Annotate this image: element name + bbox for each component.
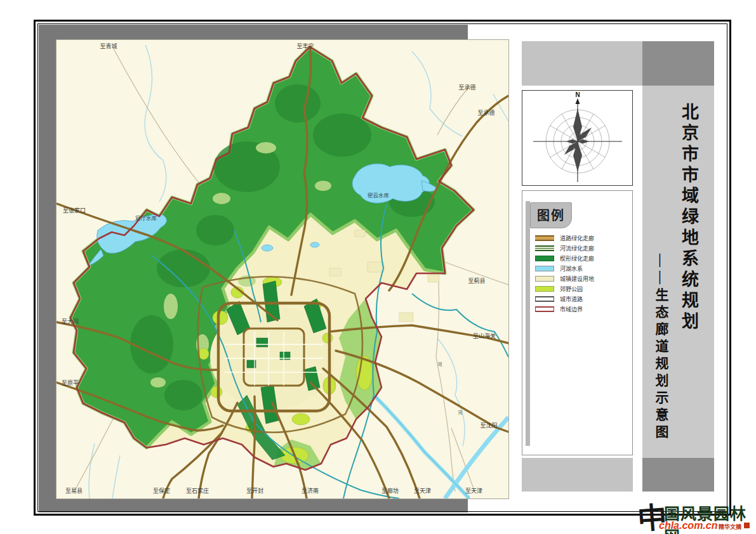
river-mark: 河 bbox=[458, 410, 463, 415]
river-mark: 河 bbox=[438, 362, 442, 367]
urban-land-swatch bbox=[535, 276, 554, 282]
edge-label: 至天津 bbox=[414, 488, 431, 494]
page-subtitle: ——生态廊道规划示意图 bbox=[651, 254, 670, 442]
country-park-swatch bbox=[535, 286, 554, 292]
edge-label: 至丰宁 bbox=[296, 42, 314, 49]
edge-label: 至青城 bbox=[100, 42, 117, 49]
legend-row: 郊野公园 bbox=[535, 286, 626, 292]
city-road-swatch bbox=[535, 296, 554, 302]
header-band-light bbox=[522, 41, 642, 86]
legend-label: 郊野公园 bbox=[560, 285, 583, 293]
reservoir-label: 官厅水库 bbox=[135, 215, 157, 221]
legend-label: 河流绿化走廊 bbox=[560, 244, 594, 252]
edge-label: 至大同 bbox=[62, 318, 79, 325]
beijing-green-space-map: 至青城 至丰宁 至承德 至承德 至张家口 至大同 至原平 至易县 至保定 至石家… bbox=[56, 40, 508, 498]
title-column-footer bbox=[642, 458, 714, 492]
edge-label: 至原平 bbox=[62, 380, 79, 386]
page-title: 北京市市域绿地系统规划 bbox=[677, 103, 701, 333]
legend-label: 道路绿化走廊 bbox=[560, 234, 594, 242]
legend-label: 市域边界 bbox=[560, 305, 583, 313]
compass-petals bbox=[564, 108, 592, 172]
boundary-swatch bbox=[535, 306, 554, 312]
watermark: 中 国风景园林网 chla.com.cn 精华文摘 bbox=[636, 498, 756, 534]
edge-label: 至承德 bbox=[458, 84, 475, 91]
legend-row: 河流绿化走廊 bbox=[535, 245, 626, 251]
legend-label: 城市道路 bbox=[560, 295, 583, 303]
legend-label: 河湖水系 bbox=[560, 264, 583, 273]
wedge-corridor-swatch bbox=[535, 256, 554, 261]
legend-row: 城镇建设用地 bbox=[535, 276, 626, 282]
watermark-tagline: 精华文摘 bbox=[719, 523, 741, 531]
compass-rose: N bbox=[522, 91, 632, 185]
legend-row: 市域边界 bbox=[535, 306, 626, 312]
edge-label: 至天津 bbox=[465, 488, 482, 494]
legend-label: 城镇建设用地 bbox=[560, 275, 594, 283]
north-arrow bbox=[576, 98, 580, 104]
map-canvas: 至青城 至丰宁 至承德 至承德 至张家口 至大同 至原平 至易县 至保定 至石家… bbox=[56, 39, 509, 499]
legend-sidebar-bar bbox=[526, 201, 530, 446]
legend-title: 图例 bbox=[530, 202, 572, 228]
edge-label: 至保定 bbox=[153, 487, 170, 494]
river-corridor-swatch bbox=[535, 245, 554, 251]
road-corridor-swatch bbox=[535, 235, 554, 241]
watermark-url: chla.com.cn bbox=[659, 520, 717, 531]
compass-box: N bbox=[522, 90, 633, 186]
legend-box: 图例 道路绿化走廊 河流绿化走廊 楔形绿化走廊 河湖水系 城镇建设用地 bbox=[522, 190, 633, 455]
watermark-red-square bbox=[744, 523, 750, 528]
edge-label: 至石家庄 bbox=[186, 487, 209, 494]
footer-band-light bbox=[522, 458, 633, 492]
legend-row: 河湖水系 bbox=[535, 266, 626, 271]
legend-row: 道路绿化走廊 bbox=[535, 235, 626, 241]
reservoir-label: 密云水库 bbox=[368, 192, 390, 199]
edge-label: 至承德 bbox=[477, 109, 494, 116]
legend-row: 城市道路 bbox=[535, 296, 626, 302]
planning-sheet: 至青城 至丰宁 至承德 至承德 至张家口 至大同 至原平 至易县 至保定 至石家… bbox=[0, 0, 756, 534]
water-system-swatch bbox=[535, 266, 554, 271]
legend-row: 楔形绿化走廊 bbox=[535, 256, 626, 261]
edge-label: 至济南 bbox=[302, 487, 319, 494]
edge-label: 至张家口 bbox=[63, 207, 86, 214]
edge-label: 至蓟县 bbox=[468, 277, 485, 284]
header-band-dark bbox=[642, 41, 714, 86]
edge-label: 至易县 bbox=[65, 488, 83, 494]
miyun-reservoir bbox=[352, 164, 429, 203]
edge-label: 至山海关 bbox=[473, 332, 496, 339]
edge-label: 至沈阳 bbox=[480, 422, 497, 429]
legend-label: 楔形绿化走廊 bbox=[560, 254, 594, 263]
legend-items: 道路绿化走廊 河流绿化走廊 楔形绿化走廊 河湖水系 城镇建设用地 郊野公园 bbox=[535, 235, 626, 316]
edge-label: 至开封 bbox=[246, 487, 263, 494]
north-label: N bbox=[575, 91, 580, 98]
edge-label: 至廊坊 bbox=[381, 487, 399, 494]
